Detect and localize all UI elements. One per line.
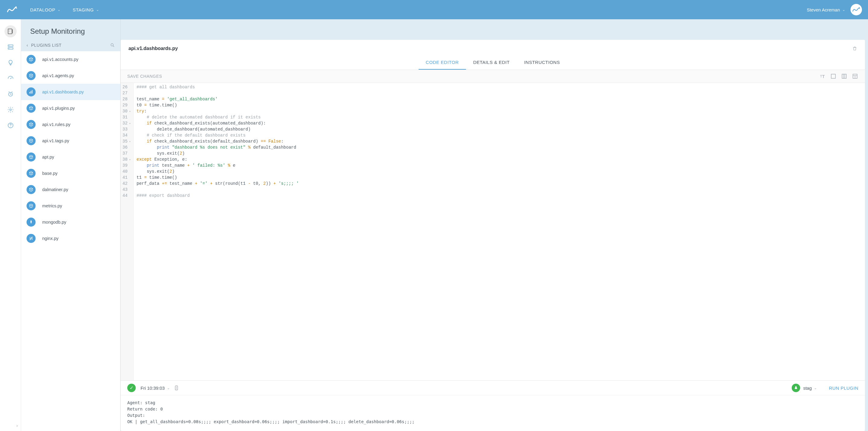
code-line[interactable]: print "dashboard %s does not exist" % de…: [136, 144, 299, 151]
code-line[interactable]: if check_dashboard_exists(default_dashbo…: [136, 138, 299, 144]
plugin-label: nginx.py: [42, 236, 59, 241]
line-gutter: 2627282930▾3132▾333435▾363738▾3940414243…: [121, 83, 134, 380]
plugin-item[interactable]: api.v1.rules.py: [21, 117, 120, 133]
run-timestamp: Fri 10:39:03: [141, 386, 165, 391]
code-line[interactable]: # delete the automated dashboard if it e…: [136, 114, 299, 120]
line-number: 39: [122, 162, 131, 168]
code-line[interactable]: try:: [136, 108, 299, 114]
code-editor[interactable]: 2627282930▾3132▾333435▾363738▾3940414243…: [121, 83, 865, 380]
svg-rect-22: [30, 92, 30, 93]
code-line[interactable]: print test_name + ' failed: %s' % e: [136, 162, 299, 168]
plugin-item[interactable]: api.v1.dashboards.py: [21, 84, 120, 100]
user-menu[interactable]: Steven Acreman ⌄: [807, 4, 862, 15]
plugin-item[interactable]: mongodb.py: [21, 214, 120, 230]
code-line[interactable]: t0 = time.time(): [136, 102, 299, 108]
env-dropdown[interactable]: STAGING ⌄: [73, 7, 99, 12]
main-area: api.v1.dashboards.py CODE EDITORDETAILS …: [121, 19, 868, 431]
svg-point-33: [176, 387, 177, 387]
nav-setup[interactable]: [4, 25, 17, 37]
plugins-list[interactable]: api.v1.accounts.pyapi.v1.agents.pyapi.v1…: [21, 51, 120, 431]
plugin-item[interactable]: metrics.py: [21, 198, 120, 214]
nginx-icon: [27, 234, 36, 243]
run-history-dropdown[interactable]: ⌄: [167, 386, 170, 390]
panel-split-icon[interactable]: [852, 73, 858, 79]
run-details-icon[interactable]: [174, 386, 179, 390]
code-line[interactable]: perf_data += test_name + '=' + str(round…: [136, 180, 299, 187]
box-icon: [27, 71, 36, 80]
line-number: 32▾: [122, 120, 131, 126]
plugin-label: api.v1.accounts.py: [42, 57, 79, 62]
line-number: 28: [122, 96, 131, 102]
code-line[interactable]: #### get all dashboards: [136, 84, 299, 90]
nav-servers[interactable]: [4, 41, 17, 53]
code-content[interactable]: #### get all dashboards test_name = 'get…: [134, 83, 302, 380]
tab[interactable]: DETAILS & EDIT: [466, 56, 517, 70]
line-number: 29: [122, 102, 131, 108]
plugin-label: metrics.py: [42, 203, 62, 208]
code-line[interactable]: [136, 90, 299, 96]
box-icon: [27, 185, 36, 194]
code-line[interactable]: except Exception, e:: [136, 157, 299, 162]
code-line[interactable]: sys.exit(2): [136, 151, 299, 157]
text-size-icon[interactable]: TT: [819, 73, 826, 79]
search-icon[interactable]: [110, 43, 115, 47]
plugin-item[interactable]: api.v1.agents.py: [21, 68, 120, 84]
code-line[interactable]: [136, 187, 299, 193]
panel-single-icon[interactable]: [830, 73, 837, 79]
plugin-item[interactable]: api.v1.tags.py: [21, 133, 120, 149]
nav-expand[interactable]: ›: [16, 423, 18, 428]
svg-point-5: [9, 31, 9, 31]
agent-dropdown[interactable]: ⌄: [814, 386, 817, 390]
plugin-item[interactable]: dalmatiner.py: [21, 181, 120, 198]
app-logo[interactable]: [6, 4, 18, 16]
svg-rect-23: [31, 91, 31, 94]
run-panel: ✓ Fri 10:39:03 ⌄ stag ⌄ RUN PLUGIN: [121, 380, 865, 431]
plugin-item[interactable]: apt.py: [21, 149, 120, 165]
delete-button[interactable]: [852, 46, 857, 51]
svg-rect-25: [831, 74, 835, 78]
tab[interactable]: CODE EDITOR: [418, 56, 466, 70]
plugin-label: api.v1.agents.py: [42, 73, 74, 78]
box-icon: [27, 55, 36, 64]
nav-alerts[interactable]: [4, 88, 17, 100]
code-line[interactable]: if check_dashboard_exists(automated_dash…: [136, 120, 299, 126]
code-line[interactable]: #### export dashboard: [136, 193, 299, 199]
plugin-item[interactable]: api.v1.plugins.py: [21, 100, 120, 117]
avatar[interactable]: [850, 4, 862, 15]
box-icon: [27, 104, 36, 113]
nav-insights[interactable]: [4, 57, 17, 69]
nav-settings[interactable]: [4, 104, 17, 116]
save-button[interactable]: SAVE CHANGES: [127, 74, 162, 79]
plugin-item[interactable]: base.py: [21, 165, 120, 181]
plugin-label: api.v1.plugins.py: [42, 106, 75, 111]
plugin-label: dalmatiner.py: [42, 187, 68, 192]
svg-line-14: [10, 94, 11, 95]
back-button[interactable]: ‹: [27, 43, 28, 47]
code-line[interactable]: t1 = time.time(): [136, 174, 299, 180]
svg-line-15: [8, 92, 9, 92]
code-line[interactable]: # check if the default dashboard exists: [136, 132, 299, 138]
nav-rail: ›: [0, 19, 21, 431]
code-line[interactable]: delete_dashboard(automated_dashboard): [136, 126, 299, 132]
tabs: CODE EDITORDETAILS & EDITINSTRUCTIONS: [121, 56, 865, 70]
run-plugin-button[interactable]: RUN PLUGIN: [829, 386, 858, 391]
svg-rect-6: [8, 45, 13, 47]
line-number: 34: [122, 132, 131, 138]
chevron-down-icon: ⌄: [58, 8, 61, 12]
chevron-down-icon: ⌄: [842, 8, 845, 12]
line-number: 44: [122, 193, 131, 199]
topbar: DATALOOP ⌄ STAGING ⌄ Steven Acreman ⌄: [0, 0, 868, 19]
tab[interactable]: INSTRUCTIONS: [517, 56, 567, 70]
code-line[interactable]: sys.exit(2): [136, 168, 299, 174]
panel-columns-icon[interactable]: [841, 73, 847, 79]
code-line[interactable]: test_name = 'get_all_dashboards': [136, 96, 299, 102]
nav-help[interactable]: [4, 119, 17, 131]
org-dropdown[interactable]: DATALOOP ⌄: [30, 7, 61, 12]
file-title: api.v1.dashboards.py: [128, 46, 852, 51]
svg-point-4: [9, 30, 9, 30]
plugin-item[interactable]: nginx.py: [21, 230, 120, 246]
line-number: 41: [122, 174, 131, 180]
nav-dashboard[interactable]: [4, 72, 17, 85]
plugin-label: base.py: [42, 171, 58, 176]
plugin-item[interactable]: api.v1.accounts.py: [21, 51, 120, 68]
